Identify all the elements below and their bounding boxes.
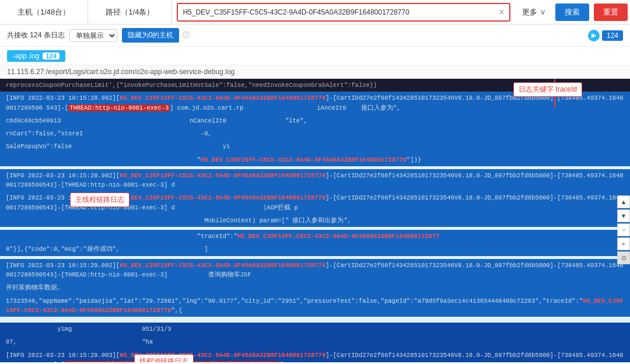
file-tab-name: -app (13, 52, 27, 60)
file-tab-bar: -app .log 124 (0, 47, 630, 65)
log-line: 17323546,"appName":"paidaojia","lat":"29… (0, 295, 630, 317)
filter-icon: ▶ (588, 30, 600, 41)
file-tab-item[interactable]: -app .log 124 (7, 50, 65, 62)
log-path: 11.115.6.27:/export/Logs/cart.o2o.jd.com… (0, 65, 630, 79)
file-tab-count: 124 (43, 52, 59, 60)
hide-zero-host-button[interactable]: 隐藏为0的主机 (122, 28, 180, 43)
info-icon: ⓘ (183, 30, 190, 40)
main-thread-annotation: 主线程链路日志 (70, 192, 130, 207)
traceid-span: H5_DEV_C35F15FF-C5C5-43C2-9A4D-0F45A0A32… (120, 262, 326, 269)
pool-thread-annotation: 线程池链路日志 (134, 354, 194, 362)
display-mode-select[interactable]: 单独展示 (69, 29, 117, 42)
top-nav: 主机（1/48台） 路径（1/4条） ✕ 更多 ∨ 搜索 重置 (0, 0, 630, 24)
log-line: "traceId":"H5_DEV_C35F15FF-C5C5-43C2-9A4… (0, 230, 630, 243)
log-line: [INFO 2022-03-23 10:15:29.003][H5_DEV_C3… (0, 349, 630, 362)
traceid-annotation: 日志关键字 traceId (513, 82, 582, 97)
received-count-text: 共接收 124 条日志 (7, 30, 65, 40)
log-line: SalePopupVo":false yi (0, 140, 630, 153)
traceid-span: H5_DEV_C35F15FF-C5C5-43C2-9A4D-0F45A0A32… (6, 298, 624, 314)
log-line: 并封装购物车数据, (0, 281, 630, 294)
log-line: 0"}],{"code":0,"msg":"操作成功", ] (0, 243, 630, 256)
scroll-up-button[interactable]: ▲ (617, 195, 630, 208)
traceid-span: H5_DEV_C35F15FF-C5C5-43C2-9A4D-0F45A0A32… (201, 156, 407, 163)
traceid-span: H5_DEV_C35F15FF-C5C5-43C2-9A4D-0F45A0A32… (120, 194, 326, 201)
log-line: [INFO 2022-03-23 10:15:28.982][H5_DEV_C3… (0, 169, 630, 192)
clear-search-icon[interactable]: ✕ (499, 8, 505, 16)
file-tab-suffix: .log (28, 52, 39, 60)
traceid-span: H5_DEV_C35F15FF-C5C5-43C2-9A4D-0F45A0A32… (120, 172, 326, 179)
log-scroll-area[interactable]: reprocessCouponPurchaseLimit',{"invokePu… (0, 79, 630, 362)
scroll-home-button[interactable]: ⊙ (617, 251, 630, 264)
search-input[interactable] (183, 8, 496, 16)
log-area: reprocessCouponPurchaseLimit',{"invokePu… (0, 79, 630, 362)
traceid-span: H5_DEV_C35F15FF-C5C5-43C2-9A4D-0F45A0A32… (237, 233, 440, 240)
log-line: [INFO 2022-03-23 10:15:29.002][H5_DEV_C3… (0, 259, 630, 282)
log-line: rnCart":false,"storeI -0, (0, 127, 630, 140)
traceid-span: H5_DEV_C35F15FF-C5C5-43C2-9A4D-0F45A0A32… (120, 94, 326, 102)
tab-route[interactable]: 路径（1/4条） (88, 0, 172, 24)
reset-button[interactable]: 重置 (594, 4, 628, 21)
scroll-minus-button[interactable]: − (617, 223, 630, 236)
search-button[interactable]: 搜索 (555, 4, 589, 21)
log-line: yimg 951/31/3 (0, 323, 630, 335)
search-container: ✕ (177, 3, 510, 22)
scroll-controls: ▲ ▼ − + ⊙ (617, 195, 630, 264)
log-count-badge: 124 (602, 30, 623, 41)
log-line: "H5_DEV_C35F15FF-C5C5-43C2-9A4D-0F45A0A3… (0, 153, 630, 166)
thread-span: THREAD:http-nio-8001-exec-3 (68, 104, 170, 111)
log-line: 07, "ha (0, 335, 630, 348)
toolbar2: 共接收 124 条日志 单独展示 隐藏为0的主机 ⓘ ▶ 124 (0, 24, 630, 47)
scroll-down-button[interactable]: ▼ (617, 209, 630, 222)
log-line: c6d8c69cb5e0913 nCancelIt0 "lte", (0, 114, 630, 127)
more-button[interactable]: 更多 ∨ (515, 0, 553, 24)
scroll-plus-button[interactable]: + (617, 237, 630, 250)
log-line: MobileContext) param=[" 接口入参和出参为", (0, 214, 630, 227)
main-container: 主机（1/48台） 路径（1/4条） ✕ 更多 ∨ 搜索 重置 共接收 124 … (0, 0, 630, 364)
tab-host[interactable]: 主机（1/48台） (0, 0, 88, 24)
